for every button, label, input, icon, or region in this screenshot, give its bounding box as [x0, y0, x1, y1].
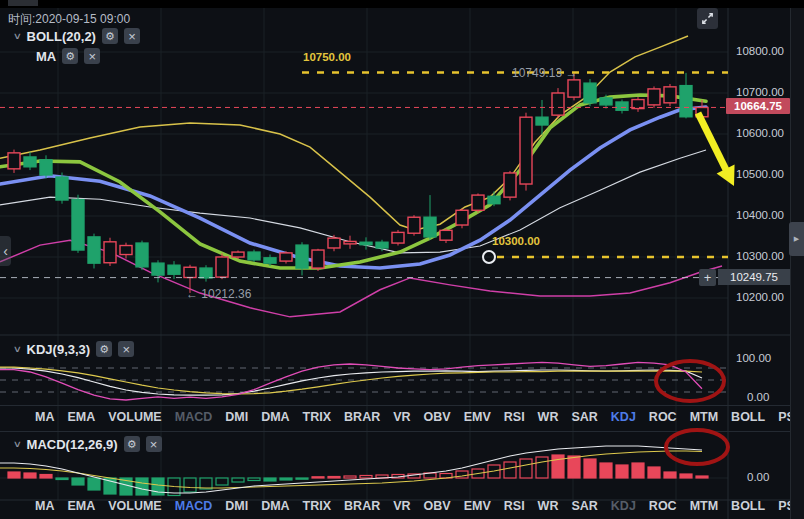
scroll-left-handle[interactable]: ‹ [0, 236, 11, 266]
candle-body [424, 217, 436, 237]
tab-kdj[interactable]: KDJ [611, 499, 636, 513]
chevron-down-icon[interactable]: ∨ [13, 31, 22, 41]
tab-vr[interactable]: VR [393, 499, 410, 513]
tab-obv[interactable]: OBV [424, 410, 451, 424]
tab-volume[interactable]: VOLUME [108, 499, 161, 513]
tab-boll[interactable]: BOLL [731, 499, 765, 513]
tab-macd[interactable]: MACD [175, 410, 213, 424]
indicator-tab-bar-lower: MAEMAVOLUMEMACDDMIDMATRIXBRARVROBVEMVRSI… [35, 499, 803, 513]
macd-histogram-bar [184, 478, 196, 492]
tab-kdj[interactable]: KDJ [611, 410, 636, 424]
price-axis-label: 10500.00 [736, 168, 784, 180]
low-price-annotation[interactable]: ← 10212.36 [186, 287, 251, 301]
tab-boll[interactable]: BOLL [731, 410, 765, 424]
candle-body [168, 265, 180, 274]
macd-histogram-bar [648, 467, 660, 478]
candle-body [680, 86, 692, 117]
tab-dma[interactable]: DMA [261, 410, 289, 424]
macd-histogram-bar [632, 463, 644, 478]
tab-ema[interactable]: EMA [67, 410, 95, 424]
fullscreen-expand-button[interactable] [697, 8, 718, 29]
close-icon[interactable]: × [118, 341, 134, 357]
indicator-tab-bar-upper: MAEMAVOLUMEMACDDMIDMATRIXBRARVROBVEMVRSI… [35, 410, 803, 424]
gear-icon[interactable]: ⚙ [102, 28, 118, 44]
candle-body [648, 89, 660, 105]
tab-trix[interactable]: TRIX [303, 499, 331, 513]
right-panel-toggle[interactable]: ▶ [789, 222, 804, 256]
tab-macd[interactable]: MACD [175, 499, 213, 513]
plus-button[interactable]: + [699, 269, 716, 286]
macd-histogram-bar [600, 463, 612, 478]
ma-indicator-label: MA [36, 49, 56, 64]
price-axis-label: 10600.00 [736, 127, 784, 139]
tab-ma[interactable]: MA [35, 499, 54, 513]
candle-body [72, 200, 84, 250]
gear-icon[interactable]: ⚙ [124, 436, 140, 452]
candle-body [520, 117, 532, 184]
tab-roc[interactable]: ROC [649, 499, 677, 513]
boll-legend-row: ∨ BOLL(20,2) ⚙ × [14, 28, 140, 44]
tab-dma[interactable]: DMA [261, 499, 289, 513]
gear-icon[interactable]: ⚙ [62, 48, 78, 64]
drawn-circle-kdj [656, 361, 724, 401]
chevron-down-icon[interactable]: ∨ [13, 439, 22, 449]
kdj-indicator-label: KDJ(9,3,3) [27, 342, 91, 357]
tab-emv[interactable]: EMV [464, 410, 491, 424]
mid-support-annotation[interactable]: 10300.00 [492, 235, 540, 247]
candle-body [24, 157, 36, 167]
macd-histogram-bar [72, 478, 84, 485]
tab-sar[interactable]: SAR [571, 499, 597, 513]
tab-wr[interactable]: WR [538, 410, 559, 424]
tab-roc[interactable]: ROC [649, 410, 677, 424]
last-price-label[interactable]: 10664.75 [726, 98, 790, 114]
candle-body [568, 80, 580, 97]
close-icon[interactable]: × [84, 48, 100, 64]
candle-body [40, 160, 52, 175]
macd-histogram-bar [328, 477, 340, 479]
high-price-annotation[interactable]: 10749.13 → [512, 66, 577, 80]
tab-brar[interactable]: BRAR [344, 410, 380, 424]
candle-body [216, 257, 228, 277]
gear-icon[interactable]: ⚙ [96, 341, 112, 357]
tab-mtm[interactable]: MTM [690, 499, 718, 513]
order-price-label[interactable]: 10249.75 [718, 269, 790, 285]
candle-body [664, 87, 676, 103]
tab-volume[interactable]: VOLUME [108, 410, 161, 424]
candle-body [536, 117, 548, 125]
tab-trix[interactable]: TRIX [303, 410, 331, 424]
window-tab-remnant [8, 0, 38, 6]
resistance-price-annotation[interactable]: 10750.00 [303, 51, 351, 63]
tab-dmi[interactable]: DMI [225, 499, 248, 513]
tab-mtm[interactable]: MTM [690, 410, 718, 424]
right-side-strip [790, 0, 804, 519]
candle-body [200, 268, 212, 278]
macd-histogram-bar [136, 478, 148, 495]
tab-emv[interactable]: EMV [464, 499, 491, 513]
sub-panel-axis-label: 0.00 [747, 391, 769, 403]
tab-rsi[interactable]: RSI [504, 410, 525, 424]
price-axis-label: 10400.00 [736, 209, 784, 221]
trading-chart-window: 时间:2020-09-15 09:00 ∨ BOLL(20,2) ⚙ × MA … [0, 0, 804, 519]
macd-histogram-bar [568, 456, 580, 478]
close-icon[interactable]: × [146, 436, 162, 452]
tab-ema[interactable]: EMA [67, 499, 95, 513]
candle-body [552, 93, 564, 115]
tab-dmi[interactable]: DMI [225, 410, 248, 424]
close-icon[interactable]: × [124, 28, 140, 44]
candle-body [280, 253, 292, 261]
top-window-strip [0, 0, 804, 8]
tab-brar[interactable]: BRAR [344, 499, 380, 513]
tab-rsi[interactable]: RSI [504, 499, 525, 513]
drawn-circle-macd [666, 430, 728, 464]
macd-histogram-bar [344, 476, 356, 478]
tab-sar[interactable]: SAR [571, 410, 597, 424]
tab-ma[interactable]: MA [35, 410, 54, 424]
chevron-down-icon[interactable]: ∨ [13, 344, 22, 354]
tab-wr[interactable]: WR [538, 499, 559, 513]
candle-body [312, 250, 324, 268]
tab-vr[interactable]: VR [393, 410, 410, 424]
boll-indicator-label: BOLL(20,2) [27, 29, 96, 44]
macd-histogram-bar [264, 478, 276, 481]
kdj-d-line [0, 367, 702, 394]
tab-obv[interactable]: OBV [424, 499, 451, 513]
